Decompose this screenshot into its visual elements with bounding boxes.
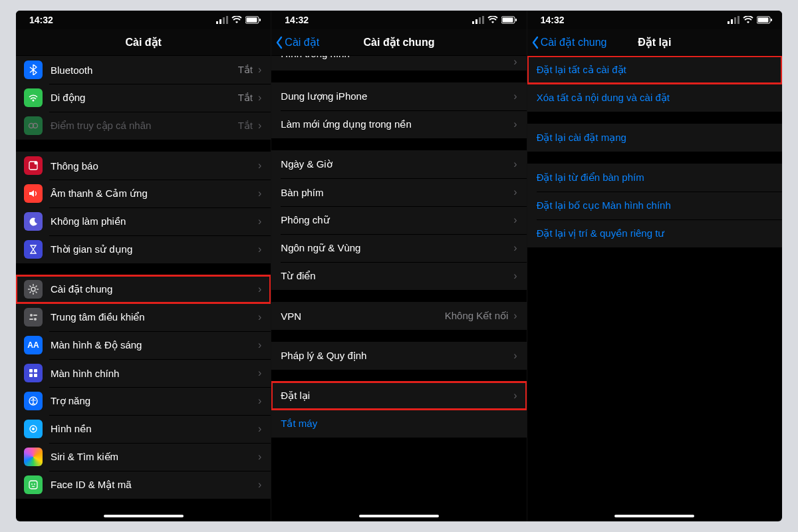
row-value: Tắt xyxy=(238,64,253,76)
status-bar: 14:32 xyxy=(16,11,271,29)
accessibility-icon xyxy=(24,392,43,410)
row-label: Bluetooth xyxy=(51,65,233,76)
row-label: Tắt máy xyxy=(281,418,517,430)
row-value: Không Kết nối xyxy=(445,310,509,322)
row-label: Face ID & Mật mã xyxy=(51,479,253,491)
svg-point-32 xyxy=(32,428,35,430)
row-dictionary[interactable]: Từ điển › xyxy=(271,262,526,290)
row-label: Đặt lại vị trí & quyền riêng tư xyxy=(537,227,773,239)
row-label: Âm thanh & Cảm ứng xyxy=(51,188,253,200)
row-storage[interactable]: Dung lượng iPhone › xyxy=(271,82,526,110)
svg-point-30 xyxy=(33,398,35,400)
chevron-right-icon: › xyxy=(258,339,261,351)
row-label: Không làm phiền xyxy=(51,215,253,227)
row-bgapp[interactable]: Làm mới ứng dụng trong nền › xyxy=(271,110,526,138)
svg-rect-48 xyxy=(757,18,768,23)
status-icons xyxy=(728,16,773,24)
row-pip[interactable]: Hình trong hình › xyxy=(271,56,526,70)
row-label: Làm mới ứng dụng trong nền xyxy=(281,118,508,130)
row-reset-keyboard[interactable]: Đặt lại từ điển bàn phím xyxy=(527,164,782,192)
notifications-icon xyxy=(24,156,43,175)
nav-title: Cài đặt chung xyxy=(364,36,435,49)
svg-rect-46 xyxy=(737,16,739,24)
nav-back[interactable]: Cài đặt chung xyxy=(531,29,607,55)
chevron-left-icon xyxy=(531,36,539,49)
nav-back[interactable]: Cài đặt xyxy=(275,29,319,55)
battery-icon xyxy=(501,16,517,24)
row-label: Hình nền xyxy=(51,423,253,435)
chevron-right-icon: › xyxy=(513,90,517,102)
svg-rect-39 xyxy=(482,16,484,24)
sliders-icon xyxy=(24,308,43,327)
home-indicator[interactable] xyxy=(359,515,439,517)
grid-icon xyxy=(24,364,43,382)
status-time: 14:32 xyxy=(285,15,309,25)
chevron-right-icon: › xyxy=(258,92,261,104)
row-faceid[interactable]: Face ID & Mật mã › xyxy=(16,471,271,499)
nav-back-label: Cài đặt chung xyxy=(541,36,607,49)
svg-rect-2 xyxy=(223,17,225,24)
chevron-right-icon: › xyxy=(513,158,517,170)
reset-list: Đặt lại tất cả cài đặt Xóa tất cả nội du… xyxy=(527,56,782,521)
row-legal[interactable]: Pháp lý & Quy định › xyxy=(271,342,526,370)
row-accessibility[interactable]: Trợ năng › xyxy=(16,387,271,415)
svg-point-35 xyxy=(34,483,35,485)
row-label: Đặt lại tất cả cài đặt xyxy=(537,64,773,76)
row-cellular[interactable]: Di động Tắt › xyxy=(16,84,271,112)
row-dnd[interactable]: Không làm phiền › xyxy=(16,207,271,235)
row-hotspot[interactable]: Điểm truy cập cá nhân Tắt › xyxy=(16,112,271,140)
row-reset-home[interactable]: Đặt lại bố cục Màn hình chính xyxy=(527,192,782,219)
row-siri[interactable]: Siri & Tìm kiếm › xyxy=(16,443,271,471)
home-indicator[interactable] xyxy=(104,515,184,517)
row-screentime[interactable]: Thời gian sử dụng › xyxy=(16,235,271,263)
row-shutdown[interactable]: Tắt máy xyxy=(271,410,526,438)
svg-rect-49 xyxy=(771,19,772,21)
row-label: Đặt lại cài đặt mạng xyxy=(537,132,773,144)
row-keyboard[interactable]: Bàn phím › xyxy=(271,178,526,206)
row-notifications[interactable]: Thông báo › xyxy=(16,152,271,180)
status-time: 14:32 xyxy=(541,15,565,25)
row-label: Xóa tất cả nội dung và cài đặt xyxy=(537,92,773,104)
row-label: Ngôn ngữ & Vùng xyxy=(281,242,508,254)
svg-point-23 xyxy=(34,318,37,321)
row-erase-all[interactable]: Xóa tất cả nội dung và cài đặt xyxy=(527,84,782,112)
chevron-right-icon: › xyxy=(513,310,517,322)
svg-line-17 xyxy=(30,286,31,287)
row-reset-network[interactable]: Đặt lại cài đặt mạng xyxy=(527,124,782,152)
row-label: Di động xyxy=(51,92,233,104)
bluetooth-icon xyxy=(24,61,43,79)
row-reset-privacy[interactable]: Đặt lại vị trí & quyền riêng tư xyxy=(527,219,782,247)
wifi-icon xyxy=(487,16,498,24)
screen-reset: 14:32 Cài đặt chung Đặt lại Đặt lại tất … xyxy=(527,11,782,521)
screen-settings-root: 14:32 Cài đặt Bluetooth Tắt › Di độn xyxy=(16,11,271,521)
general-list: Hình trong hình › Dung lượng iPhone › Là… xyxy=(271,56,526,521)
row-date[interactable]: Ngày & Giờ › xyxy=(271,150,526,178)
row-label: Điểm truy cập cá nhân xyxy=(51,120,233,132)
row-label: Phông chữ xyxy=(281,214,508,226)
home-indicator[interactable] xyxy=(614,515,694,517)
chevron-right-icon: › xyxy=(258,64,261,76)
svg-point-34 xyxy=(31,483,33,485)
row-vpn[interactable]: VPN Không Kết nối › xyxy=(271,302,526,330)
row-language[interactable]: Ngôn ngữ & Vùng › xyxy=(271,234,526,262)
status-bar: 14:32 xyxy=(527,11,782,29)
row-wallpaper[interactable]: Hình nền › xyxy=(16,415,271,443)
row-sound[interactable]: Âm thanh & Cảm ứng › xyxy=(16,180,271,207)
svg-point-12 xyxy=(31,287,35,291)
row-control-center[interactable]: Trung tâm điều khiển › xyxy=(16,303,271,331)
row-bluetooth[interactable]: Bluetooth Tắt › xyxy=(16,56,271,84)
svg-rect-45 xyxy=(734,17,736,24)
chevron-right-icon: › xyxy=(258,120,261,132)
svg-point-11 xyxy=(35,162,38,165)
wifi-icon xyxy=(743,16,753,24)
row-label: Đặt lại xyxy=(281,390,508,402)
svg-rect-5 xyxy=(247,18,257,23)
row-reset-all[interactable]: Đặt lại tất cả cài đặt xyxy=(527,56,782,84)
row-display[interactable]: AA Màn hình & Độ sáng › xyxy=(16,331,271,359)
row-reset[interactable]: Đặt lại › xyxy=(271,382,526,410)
row-label: Màn hình chính xyxy=(51,368,253,379)
row-homescreen[interactable]: Màn hình chính › xyxy=(16,359,271,387)
gear-icon xyxy=(24,280,43,299)
row-fonts[interactable]: Phông chữ › xyxy=(271,206,526,234)
row-general[interactable]: Cài đặt chung › xyxy=(16,275,271,303)
